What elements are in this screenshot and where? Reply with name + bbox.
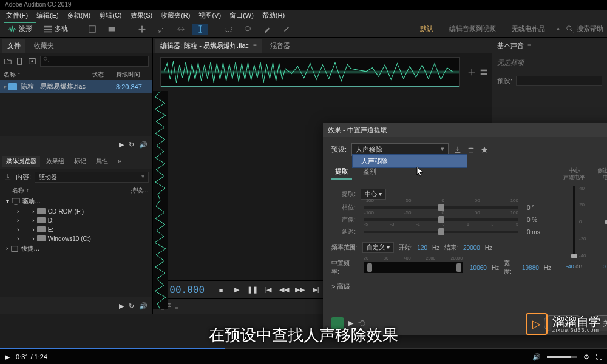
- channel-view-icon[interactable]: [480, 68, 488, 76]
- video-volume-slider[interactable]: [547, 356, 577, 358]
- preview-loop-icon[interactable]: [358, 319, 367, 328]
- tab-media-browser[interactable]: 媒体浏览器: [2, 156, 40, 167]
- width-value[interactable]: 19880: [522, 265, 539, 271]
- tool-spectral-icon[interactable]: [104, 24, 120, 35]
- editor-tab-menu-icon[interactable]: ≡: [253, 42, 257, 49]
- tool-slip-icon[interactable]: [173, 24, 189, 35]
- waveform-view-button[interactable]: 波形: [4, 22, 36, 35]
- tab-favorites[interactable]: 收藏夹: [29, 39, 59, 53]
- tree-shortcut-root[interactable]: › 快捷…: [4, 243, 152, 254]
- menu-multitrack[interactable]: 多轨(M): [64, 11, 95, 20]
- col-name[interactable]: 名称 ↑: [4, 70, 92, 79]
- tool-move-icon[interactable]: [134, 24, 150, 35]
- tab-effects-rack[interactable]: 效果组: [42, 156, 68, 167]
- tab-markers[interactable]: 标记: [70, 156, 90, 167]
- tool-heal-icon[interactable]: [279, 24, 294, 35]
- forward-button[interactable]: ▶▶: [294, 285, 305, 295]
- menu-view[interactable]: 视图(V): [195, 11, 225, 20]
- es-preset-dropdown[interactable]: [516, 76, 602, 86]
- waveform-editor-strip[interactable]: [153, 91, 168, 309]
- pan-slider[interactable]: -100-50050100: [364, 218, 518, 221]
- import-icon[interactable]: [4, 173, 12, 181]
- play-preview-icon[interactable]: ▶: [119, 302, 124, 310]
- save-preset-icon[interactable]: [453, 146, 462, 154]
- autoplay-icon[interactable]: 🔊: [139, 141, 148, 149]
- freq-end-value[interactable]: 20000: [463, 244, 480, 251]
- freqrange-dropdown[interactable]: 自定义 ▾: [362, 242, 394, 253]
- open-file-icon[interactable]: [4, 57, 12, 66]
- dialog-titlebar[interactable]: 效果 - 中置声道提取 ✕: [323, 123, 607, 137]
- tab-files[interactable]: 文件: [2, 39, 25, 53]
- phase-value[interactable]: 0 °: [527, 204, 551, 211]
- center-level-slider[interactable]: 40200-20-40: [573, 186, 575, 258]
- delay-slider[interactable]: -5-3-10135: [364, 231, 518, 233]
- centerfreq-range-slider[interactable]: 2080400200020000: [364, 262, 463, 273]
- menu-file[interactable]: 文件(F): [2, 11, 32, 20]
- delete-preset-icon[interactable]: [467, 146, 475, 154]
- video-play-button[interactable]: ▶: [5, 353, 10, 361]
- tab-extract[interactable]: 提取: [331, 164, 352, 180]
- delay-value[interactable]: 0 ms: [527, 229, 551, 235]
- workspace-editaudio[interactable]: 编辑音频到视频: [444, 24, 501, 33]
- loop-preview-icon[interactable]: ↻: [129, 141, 134, 149]
- video-volume-icon[interactable]: 🔊: [532, 353, 541, 361]
- pan-value[interactable]: 0 %: [527, 217, 551, 223]
- close-button[interactable]: 关闭: [591, 315, 607, 331]
- new-file-icon[interactable]: [16, 57, 24, 66]
- tool-brush-icon[interactable]: [259, 24, 275, 35]
- tree-drive-item[interactable]: ››Windows10 (C:): [4, 234, 152, 243]
- freq-start-value[interactable]: 120: [417, 244, 427, 251]
- file-search-input[interactable]: [40, 56, 149, 67]
- tool-marquee-icon[interactable]: [220, 24, 236, 35]
- goto-end-button[interactable]: ▶|: [310, 285, 321, 295]
- content-dropdown[interactable]: 驱动器 ▾: [35, 172, 149, 183]
- menu-effects[interactable]: 效果(S): [127, 11, 157, 20]
- col-status[interactable]: 状态: [92, 70, 116, 79]
- loop-preview-icon[interactable]: ↻: [129, 302, 134, 310]
- centerfreq-value[interactable]: 10060: [470, 265, 487, 271]
- pause-button[interactable]: ❚❚: [247, 285, 258, 295]
- stop-button[interactable]: ■: [215, 285, 226, 295]
- workspace-overflow-icon[interactable]: »: [556, 25, 560, 32]
- menu-edit[interactable]: 编辑(E): [33, 11, 63, 20]
- waveform-overview[interactable]: [160, 57, 460, 87]
- tree-drives-root[interactable]: ▾ 驱动…: [4, 196, 152, 207]
- rewind-button[interactable]: ◀◀: [279, 285, 290, 295]
- help-search[interactable]: 搜索帮助: [566, 24, 603, 33]
- media-tabs-overflow[interactable]: »: [114, 157, 125, 166]
- record-file-icon[interactable]: [28, 57, 36, 66]
- workspace-radio[interactable]: 无线电作品: [507, 24, 550, 33]
- video-settings-icon[interactable]: ⚙: [583, 353, 589, 361]
- play-preview-icon[interactable]: ▶: [119, 141, 124, 149]
- multitrack-view-button[interactable]: 多轨: [40, 23, 72, 35]
- col-duration[interactable]: 持续时间: [116, 70, 149, 79]
- workspace-default[interactable]: 默认: [415, 24, 438, 33]
- menu-clip[interactable]: 剪辑(C): [95, 11, 125, 20]
- menu-help[interactable]: 帮助(H): [259, 11, 288, 20]
- autoplay-icon[interactable]: 🔊: [139, 302, 148, 310]
- phase-slider[interactable]: -100-50050100: [364, 206, 518, 209]
- tool-time-select-icon[interactable]: [192, 24, 208, 35]
- tree-drive-item[interactable]: ››D:: [4, 216, 152, 225]
- zoom-nav-icon[interactable]: [467, 68, 476, 76]
- tool-lasso-icon[interactable]: [240, 24, 256, 35]
- goto-start-button[interactable]: |◀: [263, 285, 274, 295]
- panel-menu-icon[interactable]: ≡: [527, 42, 531, 49]
- file-row[interactable]: ▸ 陈粒 - 易燃易爆炸.flac 3:20.347: [0, 80, 152, 93]
- apply-button[interactable]: 应用: [544, 315, 583, 331]
- editor-tab[interactable]: 编辑器: 陈粒 - 易燃易爆炸.flac ≡: [155, 39, 262, 53]
- tool-hud-icon[interactable]: [84, 24, 100, 35]
- preset-option-vocal-remove[interactable]: 人声移除: [353, 155, 467, 167]
- menu-favorites[interactable]: 收藏夹(R): [157, 11, 194, 20]
- favorite-preset-icon[interactable]: [480, 146, 489, 154]
- tree-drive-item[interactable]: ››E:: [4, 225, 152, 234]
- menu-window[interactable]: 窗口(W): [226, 11, 257, 20]
- video-fullscreen-icon[interactable]: ⛶: [595, 353, 602, 360]
- tree-col-duration[interactable]: 持续…: [131, 186, 149, 195]
- advanced-toggle[interactable]: > 高级: [331, 282, 551, 291]
- play-button[interactable]: ▶: [231, 285, 242, 295]
- mixer-tab[interactable]: 混音器: [265, 39, 295, 53]
- tree-drive-item[interactable]: ››CD-ROM (F:): [4, 207, 152, 216]
- preview-play-icon[interactable]: ▶: [348, 319, 353, 327]
- tool-razor-icon[interactable]: [154, 24, 169, 35]
